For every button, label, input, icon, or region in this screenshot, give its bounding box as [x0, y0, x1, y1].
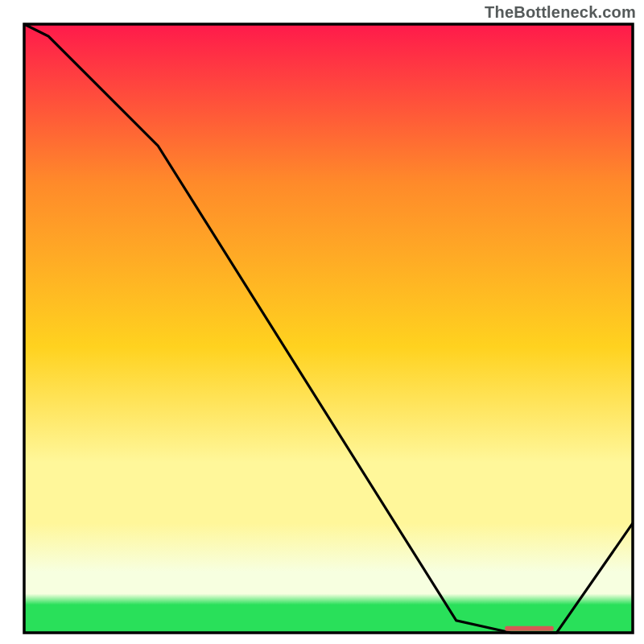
chart-container: { "attribution": "TheBottleneck.com", "c…	[0, 0, 644, 644]
plot-svg	[0, 0, 644, 644]
plot-background	[24, 24, 633, 633]
attribution-label: TheBottleneck.com	[485, 3, 636, 22]
optimum-marker	[505, 626, 553, 631]
